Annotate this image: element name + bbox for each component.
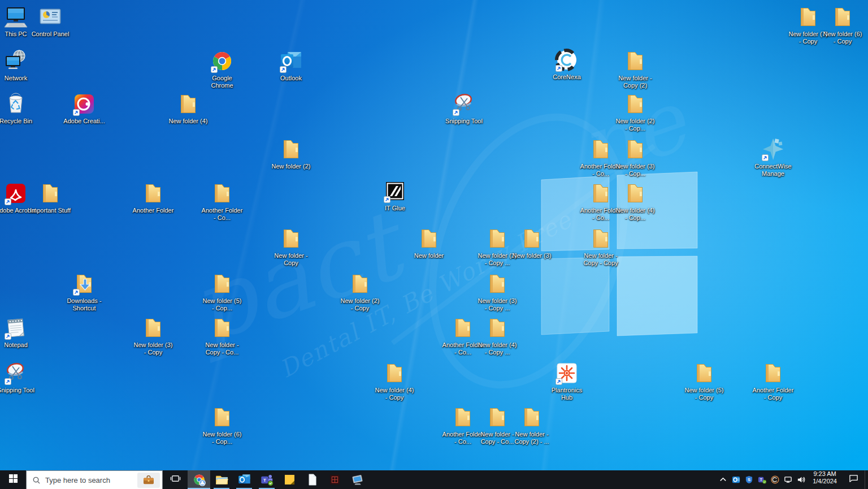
folder-icon [623, 49, 648, 73]
desktop-icon-new-folder-copy-co[interactable]: New folder - Copy - Co... [201, 315, 243, 356]
show-desktop-button[interactable] [865, 470, 868, 489]
desktop-icon-connectwise-manage[interactable]: ConnectWise Manage [752, 137, 794, 178]
desktop-icon-new-folder-5-copy[interactable]: New folder (5) - Copy [683, 361, 725, 401]
shortcut-arrow-icon [5, 378, 11, 385]
folder-icon [210, 405, 235, 430]
clock-time: 9:23 AM [813, 470, 837, 478]
taskbar-spacer [368, 470, 717, 489]
desktop-icon-label: Network [0, 75, 37, 82]
desktop-icon-label: New folder (3) - Cop... [614, 163, 656, 178]
desktop-icon-control-panel[interactable]: Control Panel [29, 5, 71, 38]
folder-icon [588, 181, 613, 206]
security-shield-tray-icon[interactable]: S [743, 470, 756, 489]
desktop-icon-new-folder-3-copy-dots[interactable]: New folder (3) - Copy ... [476, 271, 518, 312]
desktop-icon-new-folder-6-cop[interactable]: New folder (6) - Cop... [201, 405, 243, 445]
desktop-icon-another-folder-co-2[interactable]: Another Folder - Co... [201, 181, 243, 222]
desktop-icon-snipping-tool-top[interactable]: Snipping Tool [443, 92, 485, 125]
taskbar-clock[interactable]: 9:23 AM 1/4/2024 [808, 470, 842, 489]
desktop-icon-new-folder-4-copy[interactable]: New folder (4) - Copy [374, 361, 415, 401]
desktop-icon-network[interactable]: Network [0, 49, 37, 82]
folder-icon [210, 315, 235, 340]
shortcut-arrow-icon [555, 378, 562, 385]
task-view-icon [170, 473, 181, 486]
taskbar: T ST 9:23 AM 1/4/2024 [0, 470, 868, 489]
folder-icon [450, 405, 475, 430]
taskbar-search-box[interactable] [26, 470, 163, 489]
shortcut-arrow-icon [453, 109, 459, 116]
desktop-icon-label: New folder (6) - Cop... [201, 431, 243, 445]
folder-icon [761, 361, 785, 386]
desktop-icon-another-folder[interactable]: Another Folder [132, 181, 174, 214]
taskbar-device-app-button[interactable] [346, 470, 368, 489]
desktop-icon-new-folder-3[interactable]: New folder (3) [511, 226, 553, 259]
folder-icon [210, 181, 235, 206]
desktop-icon-new-folder-6-copy[interactable]: New folder (6) - Copy [822, 5, 863, 45]
desktop-icon-label: New folder - Copy - Copy [580, 252, 622, 267]
network-tray-icon[interactable] [782, 470, 795, 489]
folder-icon [38, 181, 63, 206]
desktop-icon-snipping-tool-left[interactable]: Snipping Tool [0, 361, 37, 394]
desktop-icon-downloads-shortcut[interactable]: Downloads - Shortcut [63, 271, 105, 312]
search-input[interactable] [44, 475, 134, 485]
folder-icon [796, 5, 821, 29]
desktop-icon-plantronics-hub[interactable]: Plantronics Hub [546, 361, 588, 401]
taskbar-teams-button[interactable]: T [255, 470, 278, 489]
svg-text:T: T [263, 478, 266, 483]
desktop-icon-outlook[interactable]: Outlook [270, 49, 312, 82]
folder-icon [485, 226, 510, 251]
desktop-icon-adobe-creative-cloud[interactable]: Adobe Creati... [63, 92, 105, 125]
agent-tray-icon[interactable] [769, 470, 782, 489]
desktop-icon-new-folder-5-cop[interactable]: New folder (5) - Cop... [201, 271, 243, 312]
taskbar-chrome-button[interactable] [188, 470, 210, 489]
search-icon [32, 476, 41, 484]
start-button[interactable] [0, 470, 26, 489]
search-highlight-briefcase-icon[interactable] [137, 473, 160, 488]
outlook-tray-icon[interactable] [730, 470, 743, 489]
desktop-icon-new-folder-4-copy-dots[interactable]: New folder (4) - Copy ... [476, 315, 518, 356]
desktop-icon-new-folder-3-copy[interactable]: New folder (3) - Copy [132, 315, 174, 356]
desktop-icon-new-folder-copy-copy[interactable]: New folder - Copy - Copy [580, 226, 622, 267]
action-center-button[interactable] [842, 470, 865, 489]
desktop-icon-label: Snipping Tool [443, 118, 485, 125]
taskbar-file-explorer-button[interactable] [210, 470, 233, 489]
desktop-icon-label: New folder (2) [270, 163, 312, 170]
folder-icon [485, 405, 510, 430]
itglue-icon [383, 179, 407, 204]
desktop-icon-new-folder[interactable]: New folder [408, 226, 450, 259]
desktop-icon-it-glue[interactable]: IT Glue [374, 179, 416, 212]
desktop-icon-new-folder-3-cop[interactable]: New folder (3) - Cop... [614, 137, 656, 178]
folder-icon [623, 92, 648, 116]
taskbar-document-app-button[interactable] [301, 470, 323, 489]
taskbar-sticky-notes-button[interactable] [278, 470, 301, 489]
desktop-icon-label: Another Folder [132, 207, 174, 214]
notepad-icon [3, 315, 28, 340]
desktop-icon-google-chrome[interactable]: Google Chrome [201, 49, 243, 89]
recycle-icon [3, 92, 28, 116]
teams-tray-icon[interactable]: T [756, 470, 769, 489]
hidden-icons-chevron-icon[interactable] [717, 470, 730, 489]
corenexa-icon [554, 47, 579, 72]
watermark-script-right: ne [567, 72, 698, 199]
desktop-icon-new-folder-2-copy[interactable]: New folder (2) - Copy [339, 271, 381, 312]
desktop-icon-another-folder-copy[interactable]: Another Folder - Copy [752, 361, 794, 401]
desktop-icon-new-folder-2[interactable]: New folder (2) [270, 137, 312, 170]
desktop-icon-recycle-bin[interactable]: Recycle Bin [0, 92, 37, 125]
desktop-icon-important-stuff[interactable]: Important Stuff [29, 181, 71, 214]
shortcut-arrow-icon [73, 289, 80, 296]
desktop-icon-new-folder-copy-2[interactable]: New folder - Copy (2) [614, 49, 656, 89]
desktop-icon-new-folder-copy-2-dots[interactable]: New folder - Copy (2) - ... [511, 405, 553, 445]
desktop-icon-new-folder-4[interactable]: New folder (4) [167, 92, 209, 125]
taskbar-dark-red-grid-app-button[interactable] [323, 470, 346, 489]
desktop-icon-corenexa[interactable]: CoreNexa [546, 47, 588, 81]
desktop-icon-new-folder-2-cop[interactable]: New folder (2) - Cop... [614, 92, 656, 132]
desktop-icon-new-folder-4-cop[interactable]: New folder (4) - Cop... [614, 181, 656, 222]
task-view-button[interactable] [163, 470, 188, 489]
desktop-icon-notepad[interactable]: Notepad [0, 315, 37, 349]
folder-icon [485, 315, 510, 340]
taskbar-outlook-button[interactable] [233, 470, 255, 489]
desktop-icon-label: ConnectWise Manage [752, 163, 794, 178]
desktop-icon-label: Important Stuff [29, 207, 71, 214]
volume-tray-icon[interactable] [795, 470, 808, 489]
desktop-icon-new-folder-copy[interactable]: New folder - Copy [270, 226, 312, 267]
desktop-icon-label: New folder (6) - Copy [822, 31, 863, 45]
